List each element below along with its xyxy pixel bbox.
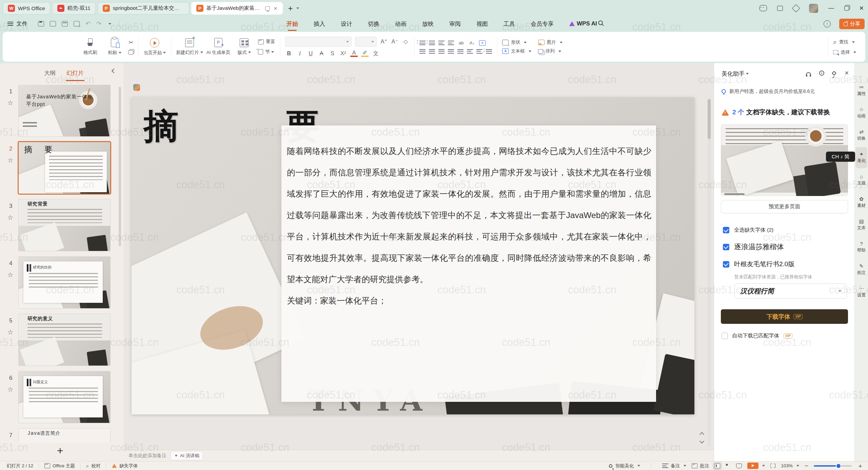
- canvas-scrollbar[interactable]: [708, 98, 711, 447]
- italic-button[interactable]: I: [296, 50, 303, 57]
- member-promo[interactable]: 新用户特惠，超级会员月均价低至8.6元: [722, 88, 815, 95]
- zoom-slider-knob[interactable]: [836, 464, 841, 468]
- slide-editor[interactable]: TNYA 摘 要 随着网络科技的不断发展以及人们经济水平的逐步提高，网络技术如今…: [132, 97, 694, 414]
- document-tab[interactable]: P基于JavaWeb的家装一体化✕: [191, 2, 283, 15]
- text-frame-icon[interactable]: ≡: [479, 40, 486, 46]
- sidebar-scrollbar[interactable]: [119, 87, 121, 443]
- rail-item-help[interactable]: ?帮助: [855, 237, 867, 258]
- paste-button[interactable]: 粘贴: [104, 38, 125, 56]
- zoom-out-button[interactable]: −: [805, 462, 808, 470]
- justify-icon[interactable]: [448, 49, 454, 54]
- font-size-select[interactable]: [355, 37, 377, 47]
- slide-sorter-view-icon[interactable]: [726, 464, 731, 468]
- rail-item-beautify[interactable]: ✦美化: [855, 147, 867, 168]
- decrease-indent-icon[interactable]: [438, 41, 445, 45]
- rail-item-library[interactable]: ▤文库: [855, 214, 867, 235]
- increase-font-icon[interactable]: A⁺: [380, 38, 388, 45]
- panel-title[interactable]: 美化助手: [722, 70, 749, 78]
- support-headset-icon[interactable]: [806, 72, 811, 75]
- document-tab[interactable]: ❧稻壳-双11: [52, 2, 96, 15]
- previous-slide-icon[interactable]: [699, 432, 704, 437]
- normal-view-icon[interactable]: [714, 464, 720, 468]
- notes-button[interactable]: 备注: [662, 463, 686, 469]
- undo-icon[interactable]: ↶: [85, 20, 91, 27]
- fit-slide-icon[interactable]: [770, 464, 775, 468]
- shapes-button[interactable]: 形状: [502, 39, 531, 45]
- present-mode-icon[interactable]: [265, 6, 270, 11]
- picture-button[interactable]: 图片: [538, 39, 563, 45]
- slide-thumbnail[interactable]: 基于JavaWeb的家装一体化平台ppt: [19, 85, 110, 136]
- clear-format-icon[interactable]: ◇: [402, 38, 409, 45]
- rail-item-comment[interactable]: ✎批注: [855, 259, 867, 280]
- slide-thumbnail[interactable]: 研究的目的: [19, 257, 110, 308]
- tab-outline[interactable]: 大纲: [44, 69, 56, 77]
- zoom-in-button[interactable]: ＋: [857, 462, 863, 470]
- numbered-list-icon[interactable]: [429, 41, 435, 45]
- format-painter-button[interactable]: 格式刷: [80, 38, 101, 56]
- slide-thumbnail[interactable]: 研究的意义: [19, 314, 110, 366]
- print-preview-icon[interactable]: [74, 21, 80, 26]
- star-icon[interactable]: ☆: [7, 386, 13, 393]
- comments-button[interactable]: 批注: [692, 463, 709, 469]
- print-icon[interactable]: [62, 21, 68, 26]
- menu-开始[interactable]: 开始: [287, 20, 298, 28]
- increase-indent-icon[interactable]: [448, 41, 454, 45]
- slide-thumbnail-item[interactable]: 6☆问题定义: [0, 371, 124, 429]
- slide-textbox[interactable]: 随着网络科技的不断发展以及人们经济水平的逐步提高，网络技术如今已成为人们生活中不…: [281, 125, 656, 402]
- close-panel-icon[interactable]: ✕: [845, 70, 849, 76]
- menu-切换[interactable]: 切换: [368, 20, 379, 28]
- search-icon[interactable]: [598, 20, 604, 26]
- pin-icon[interactable]: [832, 71, 836, 75]
- restore-button[interactable]: [844, 6, 849, 11]
- menu-视图[interactable]: 视图: [476, 20, 488, 28]
- shadow-button[interactable]: S: [329, 50, 336, 57]
- menu-插入[interactable]: 插入: [314, 20, 325, 28]
- zoom-slider[interactable]: [814, 465, 852, 467]
- redo-icon[interactable]: ↷: [96, 20, 101, 27]
- slide-thumbnail-item[interactable]: 7☆Java语言简介: [0, 429, 124, 443]
- select-button[interactable]: 选择: [833, 49, 856, 55]
- menu-审阅[interactable]: 审阅: [449, 20, 461, 28]
- arrange-button[interactable]: 排列: [538, 48, 563, 54]
- auto-download-row[interactable]: 自动下载已匹配字体 VIP: [722, 332, 792, 339]
- zoom-level[interactable]: 103%: [781, 463, 799, 468]
- font-name-select[interactable]: [285, 37, 352, 47]
- rail-item-settings[interactable]: ⋯设置: [855, 281, 867, 302]
- rail-item-properties[interactable]: ≔属性: [855, 80, 867, 101]
- decrease-font-icon[interactable]: A⁻: [391, 38, 398, 45]
- slide-thumbnail-item[interactable]: 1☆基于JavaWeb的家装一体化平台ppt: [0, 85, 124, 142]
- slide-thumbnail[interactable]: 摘 要: [19, 142, 110, 194]
- align-right-icon[interactable]: [438, 49, 445, 54]
- document-tab[interactable]: WWPS Office: [3, 2, 50, 15]
- integration-cube-icon[interactable]: [792, 4, 800, 12]
- smart-format-icon[interactable]: [486, 49, 492, 54]
- copy-icon[interactable]: [129, 50, 133, 55]
- star-icon[interactable]: ☆: [7, 99, 13, 107]
- star-icon[interactable]: ☆: [7, 328, 13, 336]
- proofing-button[interactable]: ⌕ 校对: [86, 463, 100, 469]
- upload-cloud-icon[interactable]: ↑: [824, 20, 831, 27]
- menu-放映[interactable]: 放映: [422, 20, 434, 28]
- workspace-icon[interactable]: [777, 6, 783, 11]
- bold-button[interactable]: B: [285, 50, 293, 57]
- slide-thumbnail-item[interactable]: 4☆研究的目的: [0, 257, 124, 314]
- slide-thumbnail[interactable]: Java语言简介: [19, 429, 110, 443]
- layout-button[interactable]: 版式: [234, 38, 255, 56]
- rail-item-theme[interactable]: ⌂主题: [855, 170, 867, 191]
- checkbox-checked-icon[interactable]: [723, 261, 729, 268]
- star-icon[interactable]: ☆: [7, 214, 13, 221]
- slide-thumbnail-item[interactable]: 5☆研究的意义: [0, 314, 124, 371]
- menu-工具[interactable]: 工具: [504, 20, 515, 28]
- rail-item-animation[interactable]: ☆动画: [855, 102, 867, 123]
- font-row-zhulang[interactable]: 逐浪温莎雅楷体: [723, 242, 784, 252]
- quickbar-chevron-icon[interactable]: [108, 23, 111, 25]
- tab-list-chevron-icon[interactable]: [296, 7, 299, 9]
- rail-item-assets[interactable]: ✿素材: [855, 192, 867, 213]
- menu-WPS AI[interactable]: WPS AI: [569, 20, 597, 27]
- line-spacing-icon[interactable]: [467, 49, 473, 54]
- ai-generate-page-button[interactable]: P AI 生成单页: [206, 38, 231, 56]
- strikethrough-button[interactable]: A: [318, 50, 325, 57]
- share-button[interactable]: 分享: [839, 19, 865, 29]
- checkbox-checked-icon[interactable]: [723, 227, 729, 233]
- section-button[interactable]: 节: [258, 49, 275, 55]
